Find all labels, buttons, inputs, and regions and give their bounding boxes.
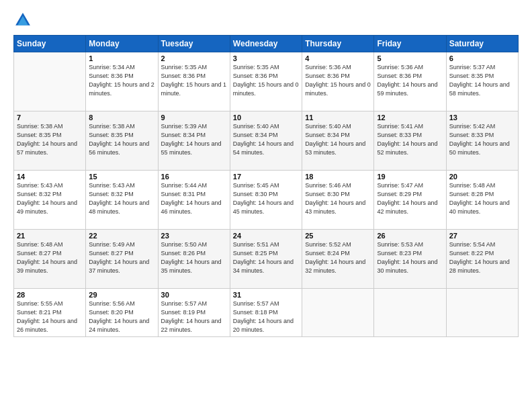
day-cell: 15Sunrise: 5:43 AMSunset: 8:32 PMDayligh… bbox=[86, 171, 158, 230]
day-info: Sunrise: 5:44 AMSunset: 8:31 PMDaylight:… bbox=[161, 181, 227, 216]
day-cell bbox=[302, 289, 374, 337]
day-cell: 28Sunrise: 5:55 AMSunset: 8:21 PMDayligh… bbox=[14, 289, 86, 337]
day-info: Sunrise: 5:36 AMSunset: 8:36 PMDaylight:… bbox=[305, 63, 371, 98]
day-info: Sunrise: 5:37 AMSunset: 8:35 PMDaylight:… bbox=[449, 63, 515, 98]
day-cell: 29Sunrise: 5:56 AMSunset: 8:20 PMDayligh… bbox=[86, 289, 158, 337]
day-number: 11 bbox=[305, 113, 371, 122]
day-info: Sunrise: 5:42 AMSunset: 8:33 PMDaylight:… bbox=[449, 122, 515, 157]
day-number: 8 bbox=[89, 113, 154, 122]
day-info: Sunrise: 5:40 AMSunset: 8:34 PMDaylight:… bbox=[305, 122, 371, 157]
day-cell: 31Sunrise: 5:57 AMSunset: 8:18 PMDayligh… bbox=[230, 289, 302, 337]
day-number: 13 bbox=[449, 113, 515, 122]
day-cell: 18Sunrise: 5:46 AMSunset: 8:30 PMDayligh… bbox=[302, 171, 374, 230]
day-info: Sunrise: 5:39 AMSunset: 8:34 PMDaylight:… bbox=[161, 122, 227, 157]
day-cell: 25Sunrise: 5:52 AMSunset: 8:24 PMDayligh… bbox=[302, 230, 374, 289]
day-cell: 9Sunrise: 5:39 AMSunset: 8:34 PMDaylight… bbox=[158, 111, 230, 171]
page: SundayMondayTuesdayWednesdayThursdayFrid… bbox=[0, 0, 532, 411]
day-number: 12 bbox=[377, 113, 443, 122]
day-cell: 13Sunrise: 5:42 AMSunset: 8:33 PMDayligh… bbox=[446, 111, 518, 171]
day-cell: 14Sunrise: 5:43 AMSunset: 8:32 PMDayligh… bbox=[14, 171, 86, 230]
day-cell: 24Sunrise: 5:51 AMSunset: 8:25 PMDayligh… bbox=[230, 230, 302, 289]
day-cell bbox=[446, 289, 518, 337]
week-row-3: 14Sunrise: 5:43 AMSunset: 8:32 PMDayligh… bbox=[14, 171, 519, 230]
day-info: Sunrise: 5:56 AMSunset: 8:20 PMDaylight:… bbox=[89, 300, 154, 334]
day-cell: 8Sunrise: 5:38 AMSunset: 8:35 PMDaylight… bbox=[86, 111, 158, 171]
day-info: Sunrise: 5:43 AMSunset: 8:32 PMDaylight:… bbox=[89, 181, 154, 216]
day-cell: 2Sunrise: 5:35 AMSunset: 8:36 PMDaylight… bbox=[158, 52, 230, 111]
day-cell: 5Sunrise: 5:36 AMSunset: 8:36 PMDaylight… bbox=[374, 52, 446, 111]
day-cell bbox=[374, 289, 446, 337]
day-info: Sunrise: 5:49 AMSunset: 8:27 PMDaylight:… bbox=[89, 240, 154, 275]
day-cell: 4Sunrise: 5:36 AMSunset: 8:36 PMDaylight… bbox=[302, 52, 374, 111]
day-cell: 21Sunrise: 5:48 AMSunset: 8:27 PMDayligh… bbox=[14, 230, 86, 289]
logo bbox=[13, 11, 35, 30]
day-info: Sunrise: 5:53 AMSunset: 8:23 PMDaylight:… bbox=[377, 240, 443, 275]
day-info: Sunrise: 5:52 AMSunset: 8:24 PMDaylight:… bbox=[305, 240, 371, 275]
day-number: 22 bbox=[89, 232, 154, 240]
week-row-1: 1Sunrise: 5:34 AMSunset: 8:36 PMDaylight… bbox=[14, 52, 519, 111]
day-number: 26 bbox=[377, 232, 443, 240]
day-info: Sunrise: 5:47 AMSunset: 8:29 PMDaylight:… bbox=[377, 181, 443, 216]
day-number: 24 bbox=[233, 232, 299, 240]
day-info: Sunrise: 5:41 AMSunset: 8:33 PMDaylight:… bbox=[377, 122, 443, 157]
day-number: 29 bbox=[89, 291, 154, 299]
logo-icon bbox=[13, 11, 32, 30]
day-cell: 17Sunrise: 5:45 AMSunset: 8:30 PMDayligh… bbox=[230, 171, 302, 230]
day-info: Sunrise: 5:46 AMSunset: 8:30 PMDaylight:… bbox=[305, 181, 371, 216]
weekday-header-row: SundayMondayTuesdayWednesdayThursdayFrid… bbox=[14, 36, 519, 52]
day-number: 25 bbox=[305, 232, 371, 240]
day-number: 28 bbox=[17, 291, 83, 299]
day-cell: 10Sunrise: 5:40 AMSunset: 8:34 PMDayligh… bbox=[230, 111, 302, 171]
day-cell: 26Sunrise: 5:53 AMSunset: 8:23 PMDayligh… bbox=[374, 230, 446, 289]
day-number: 31 bbox=[233, 291, 299, 299]
day-cell: 7Sunrise: 5:38 AMSunset: 8:35 PMDaylight… bbox=[14, 111, 86, 171]
day-cell: 27Sunrise: 5:54 AMSunset: 8:22 PMDayligh… bbox=[446, 230, 518, 289]
day-number: 23 bbox=[161, 232, 227, 240]
day-cell: 12Sunrise: 5:41 AMSunset: 8:33 PMDayligh… bbox=[374, 111, 446, 171]
day-number: 17 bbox=[233, 173, 299, 181]
day-info: Sunrise: 5:57 AMSunset: 8:19 PMDaylight:… bbox=[161, 300, 227, 334]
weekday-wednesday: Wednesday bbox=[230, 36, 302, 52]
day-cell: 22Sunrise: 5:49 AMSunset: 8:27 PMDayligh… bbox=[86, 230, 158, 289]
day-cell bbox=[14, 52, 86, 111]
day-cell: 16Sunrise: 5:44 AMSunset: 8:31 PMDayligh… bbox=[158, 171, 230, 230]
day-info: Sunrise: 5:35 AMSunset: 8:36 PMDaylight:… bbox=[161, 63, 227, 98]
weekday-tuesday: Tuesday bbox=[158, 36, 230, 52]
day-info: Sunrise: 5:43 AMSunset: 8:32 PMDaylight:… bbox=[17, 181, 83, 216]
day-cell: 3Sunrise: 5:35 AMSunset: 8:36 PMDaylight… bbox=[230, 52, 302, 111]
weekday-friday: Friday bbox=[374, 36, 446, 52]
day-cell: 30Sunrise: 5:57 AMSunset: 8:19 PMDayligh… bbox=[158, 289, 230, 337]
day-info: Sunrise: 5:50 AMSunset: 8:26 PMDaylight:… bbox=[161, 240, 227, 275]
day-info: Sunrise: 5:34 AMSunset: 8:36 PMDaylight:… bbox=[89, 63, 154, 98]
day-number: 21 bbox=[17, 232, 83, 240]
day-number: 9 bbox=[161, 113, 227, 122]
day-number: 19 bbox=[377, 173, 443, 181]
day-number: 5 bbox=[377, 54, 443, 62]
day-info: Sunrise: 5:48 AMSunset: 8:27 PMDaylight:… bbox=[17, 240, 83, 275]
day-info: Sunrise: 5:40 AMSunset: 8:34 PMDaylight:… bbox=[233, 122, 299, 157]
day-info: Sunrise: 5:45 AMSunset: 8:30 PMDaylight:… bbox=[233, 181, 299, 216]
day-info: Sunrise: 5:51 AMSunset: 8:25 PMDaylight:… bbox=[233, 240, 299, 275]
weekday-monday: Monday bbox=[86, 36, 158, 52]
day-info: Sunrise: 5:38 AMSunset: 8:35 PMDaylight:… bbox=[17, 122, 83, 157]
day-info: Sunrise: 5:54 AMSunset: 8:22 PMDaylight:… bbox=[449, 240, 515, 275]
day-info: Sunrise: 5:48 AMSunset: 8:28 PMDaylight:… bbox=[449, 181, 515, 216]
day-number: 6 bbox=[449, 54, 515, 62]
day-number: 10 bbox=[233, 113, 299, 122]
calendar-table: SundayMondayTuesdayWednesdayThursdayFrid… bbox=[13, 35, 519, 337]
day-cell: 1Sunrise: 5:34 AMSunset: 8:36 PMDaylight… bbox=[86, 52, 158, 111]
day-cell: 20Sunrise: 5:48 AMSunset: 8:28 PMDayligh… bbox=[446, 171, 518, 230]
day-number: 3 bbox=[233, 54, 299, 62]
day-number: 7 bbox=[17, 113, 83, 122]
day-cell: 19Sunrise: 5:47 AMSunset: 8:29 PMDayligh… bbox=[374, 171, 446, 230]
weekday-saturday: Saturday bbox=[446, 36, 518, 52]
day-number: 30 bbox=[161, 291, 227, 299]
week-row-2: 7Sunrise: 5:38 AMSunset: 8:35 PMDaylight… bbox=[14, 111, 519, 171]
day-number: 27 bbox=[449, 232, 515, 240]
day-info: Sunrise: 5:35 AMSunset: 8:36 PMDaylight:… bbox=[233, 63, 299, 98]
day-number: 14 bbox=[17, 173, 83, 181]
day-number: 18 bbox=[305, 173, 371, 181]
week-row-4: 21Sunrise: 5:48 AMSunset: 8:27 PMDayligh… bbox=[14, 230, 519, 289]
day-cell: 11Sunrise: 5:40 AMSunset: 8:34 PMDayligh… bbox=[302, 111, 374, 171]
day-info: Sunrise: 5:38 AMSunset: 8:35 PMDaylight:… bbox=[89, 122, 154, 157]
